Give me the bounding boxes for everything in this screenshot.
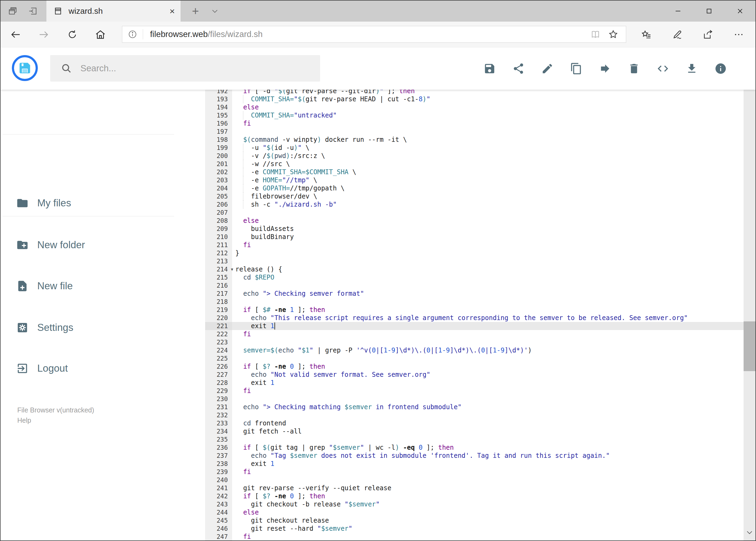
code-line[interactable]: 232 bbox=[205, 411, 744, 419]
tab-preview-icon[interactable] bbox=[3, 1, 22, 22]
delete-button[interactable] bbox=[620, 48, 648, 90]
reading-view-icon[interactable] bbox=[587, 29, 604, 39]
source-code-button[interactable] bbox=[648, 48, 677, 90]
code-line[interactable]: 204 -e GOPATH=//tmp/gopath \ bbox=[205, 184, 744, 192]
code-line[interactable]: 235 bbox=[205, 435, 744, 443]
tab-close-icon[interactable]: × bbox=[164, 1, 180, 22]
code-line[interactable]: 241 git rev-parse --verify --quiet relea… bbox=[205, 484, 744, 492]
code-line[interactable]: 244 else bbox=[205, 508, 744, 516]
code-line[interactable]: 212} bbox=[205, 249, 744, 257]
code-line[interactable]: 229 fi bbox=[205, 387, 744, 395]
sidebar-item-new-folder[interactable]: New folder bbox=[1, 230, 179, 260]
tab-list-chevron-icon[interactable] bbox=[206, 1, 223, 22]
code-line[interactable]: 192 if [ -d "$(git rev-parse --git-dir)"… bbox=[205, 90, 744, 95]
code-line[interactable]: 237 echo "Tag $semver does not exist in … bbox=[205, 452, 744, 460]
code-line[interactable]: 223 bbox=[205, 338, 744, 346]
rename-button[interactable] bbox=[533, 48, 562, 90]
code-line[interactable]: 222 fi bbox=[205, 330, 744, 338]
code-line[interactable]: 240 bbox=[205, 476, 744, 484]
share-page-icon[interactable] bbox=[696, 22, 720, 48]
help-link[interactable]: Help bbox=[17, 416, 31, 424]
refresh-icon[interactable] bbox=[62, 22, 83, 48]
set-tabs-aside-icon[interactable] bbox=[23, 1, 42, 22]
code-line[interactable]: 210 buildBinary bbox=[205, 233, 744, 241]
code-line[interactable]: 200 -v /$(pwd):/src:z \ bbox=[205, 152, 744, 160]
code-line[interactable]: 221 exit 1 bbox=[205, 322, 744, 330]
code-line[interactable]: 214▾release () { bbox=[205, 265, 744, 273]
code-line[interactable]: 231 echo "> Checking matching $semver in… bbox=[205, 403, 744, 411]
code-line[interactable]: 230 bbox=[205, 395, 744, 403]
code-line[interactable]: 193 COMMIT_SHA="$(git rev-parse HEAD | c… bbox=[205, 95, 744, 103]
code-line[interactable]: 207 bbox=[205, 209, 744, 217]
code-line[interactable]: 224 semver=$(echo "$1" | grep -P '^v(0|[… bbox=[205, 346, 744, 354]
share-button[interactable] bbox=[504, 48, 533, 90]
sidebar-item-settings[interactable]: Settings bbox=[1, 313, 179, 342]
code-line[interactable]: 201 -w //src \ bbox=[205, 160, 744, 168]
back-icon[interactable] bbox=[5, 22, 26, 48]
copy-button[interactable] bbox=[562, 48, 591, 90]
code-line[interactable]: 216 bbox=[205, 281, 744, 289]
code-line[interactable]: 215 cd $REPO bbox=[205, 273, 744, 281]
code-line[interactable]: 227 echo "Not valid semver format. See s… bbox=[205, 370, 744, 379]
code-line[interactable]: 233 cd frontend bbox=[205, 419, 744, 427]
code-line[interactable]: 199 -u "$(id -u)" \ bbox=[205, 144, 744, 152]
code-line[interactable]: 198 $(command -v winpty) docker run --rm… bbox=[205, 136, 744, 144]
code-line[interactable]: 209 buildAssets bbox=[205, 225, 744, 233]
code-line[interactable]: 208 else bbox=[205, 217, 744, 225]
code-line[interactable]: 228 exit 1 bbox=[205, 379, 744, 387]
move-button[interactable] bbox=[591, 48, 620, 90]
code-line[interactable]: 205 filebrowser/dev \ bbox=[205, 192, 744, 201]
code-line[interactable]: 217 echo "> Checking semver format" bbox=[205, 289, 744, 297]
browser-tab[interactable]: wizard.sh × bbox=[46, 1, 180, 22]
site-info-icon[interactable] bbox=[122, 29, 143, 39]
code-line[interactable]: 225 bbox=[205, 354, 744, 362]
window-maximize-button[interactable] bbox=[697, 1, 721, 22]
window-minimize-button[interactable] bbox=[666, 1, 690, 22]
code-line[interactable]: 246 git reset --hard "$semver" bbox=[205, 525, 744, 533]
code-line[interactable]: 202 -e COMMIT_SHA=$COMMIT_SHA \ bbox=[205, 168, 744, 176]
code-line[interactable]: 220 echo "This release script requires a… bbox=[205, 314, 744, 322]
window-close-button[interactable] bbox=[728, 1, 752, 22]
sidebar-item-my-files[interactable]: My files bbox=[1, 188, 179, 218]
more-options-icon[interactable] bbox=[727, 22, 750, 48]
code-line[interactable]: 245 git checkout release bbox=[205, 516, 744, 525]
save-button[interactable] bbox=[475, 48, 504, 90]
code-line[interactable]: 238 exit 1 bbox=[205, 460, 744, 468]
url-bar[interactable]: filebrowser.web/files/wizard.sh bbox=[122, 26, 626, 43]
scrollbar-thumb[interactable] bbox=[744, 321, 755, 371]
add-favorite-star-icon[interactable] bbox=[604, 29, 622, 39]
code-line[interactable]: 234 git fetch --all bbox=[205, 427, 744, 435]
sidebar-item-new-file[interactable]: New file bbox=[1, 271, 179, 301]
code-line[interactable]: 195 COMMIT_SHA="untracked" bbox=[205, 111, 744, 119]
code-line[interactable]: 239 fi bbox=[205, 468, 744, 476]
hub-favorites-icon[interactable] bbox=[635, 22, 658, 48]
filebrowser-logo-icon[interactable] bbox=[12, 55, 38, 81]
download-button[interactable] bbox=[677, 48, 706, 90]
code-line[interactable]: 243 git checkout -b release "$semver" bbox=[205, 500, 744, 508]
code-line[interactable]: 206 sh -c "./wizard.sh -b" bbox=[205, 201, 744, 209]
url-text[interactable]: filebrowser.web/files/wizard.sh bbox=[150, 29, 587, 39]
code-line[interactable]: 213 bbox=[205, 257, 744, 265]
line-number: 234 bbox=[205, 427, 232, 435]
scroll-down-icon[interactable] bbox=[744, 525, 755, 539]
code-line[interactable]: 226 if [ $? -ne 0 ]; then bbox=[205, 362, 744, 370]
code-line[interactable]: 197 bbox=[205, 128, 744, 136]
annotate-pen-icon[interactable] bbox=[665, 22, 689, 48]
search-input[interactable]: Search... bbox=[50, 55, 320, 82]
code-line[interactable]: 203 -e HOME="//tmp" \ bbox=[205, 176, 744, 184]
code-editor[interactable]: 192 if [ -d "$(git rev-parse --git-dir)"… bbox=[205, 90, 744, 540]
new-tab-button[interactable]: + bbox=[187, 1, 204, 22]
code-line[interactable]: 242 if [ $? -ne 0 ]; then bbox=[205, 492, 744, 500]
code-line[interactable]: 218 bbox=[205, 297, 744, 306]
code-line[interactable]: 236 if [ $(git tag | grep "$semver" | wc… bbox=[205, 443, 744, 452]
vertical-scrollbar[interactable] bbox=[744, 48, 755, 540]
code-line[interactable]: 247 fi bbox=[205, 533, 744, 540]
sidebar-item-logout[interactable]: Logout bbox=[1, 353, 179, 383]
home-icon[interactable] bbox=[90, 22, 111, 48]
code-line[interactable]: 194 else bbox=[205, 103, 744, 111]
code-line[interactable]: 196 fi bbox=[205, 119, 744, 128]
forward-icon[interactable] bbox=[33, 22, 55, 48]
code-line[interactable]: 211 fi bbox=[205, 241, 744, 249]
info-button[interactable] bbox=[706, 48, 735, 90]
code-line[interactable]: 219 if [ $# -ne 1 ]; then bbox=[205, 306, 744, 314]
